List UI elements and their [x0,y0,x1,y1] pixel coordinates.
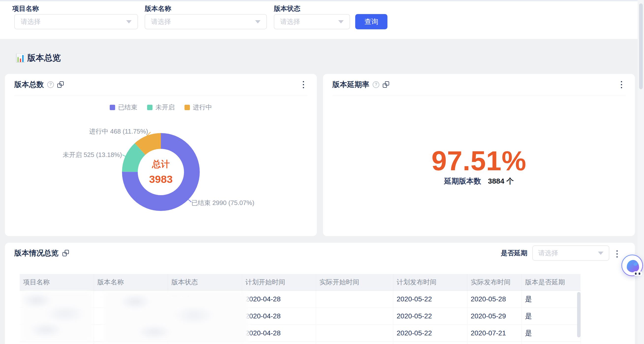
page-scrollbar-thumb[interactable] [639,4,643,89]
chevron-down-icon [255,20,260,24]
col-header[interactable]: 版本名称 [94,274,168,290]
delay-filter-label: 是否延期 [501,249,528,258]
version-table-card: 版本情况总览 是否延期 请选择 项目名称 版本名称 版 [5,243,635,344]
legend-item-finished[interactable]: 已结束 [110,103,137,112]
cell-actual-release: 2020-05-29 [467,307,522,324]
cell-plan-release: 2020-05-22 [393,307,467,324]
legend-swatch [147,105,152,110]
delay-filter-select[interactable]: 请选择 [532,245,609,261]
delay-rate-card: 版本延期率 ? 97.51% 延期版本数 3884 个 [323,74,635,236]
version-status-select[interactable]: 请选择 [274,14,350,29]
chevron-down-icon [126,20,132,24]
legend-label: 已结束 [118,103,137,112]
col-header[interactable]: 实际发布时间 [467,274,522,290]
copy-icon[interactable] [57,81,64,88]
slice-label-notstarted: 未开启 525 (13.18%) [63,150,122,159]
cell-plan-start: 2020-04-28 [242,324,316,341]
version-name-label: 版本名称 [145,4,171,13]
help-icon[interactable]: ? [373,81,379,88]
divider [14,95,308,95]
delay-count-label: 延期版本数 [444,176,481,186]
help-icon[interactable]: ? [47,81,54,88]
cell-actual-start [316,324,393,341]
cell-delayed: 是 [522,324,580,341]
col-header[interactable]: 实际开始时间 [316,274,393,290]
cell-actual-release: 2020-07-21 [467,324,522,341]
delay-rate-value: 97.51% [323,145,635,177]
slice-label-finished: 已结束 2990 (75.07%) [192,199,254,207]
donut-legend: 已结束 未开启 进行中 [5,103,317,112]
filter-bar: 项目名称 请选择 版本名称 请选择 版本状态 请选择 查询 [0,0,644,39]
cell-plan-start: 2020-04-28 [242,290,316,307]
col-header[interactable]: 计划发布时间 [393,274,467,290]
col-header[interactable]: 计划开始时间 [242,274,316,290]
dashboard-page: 项目名称 请选择 版本名称 请选择 版本状态 请选择 查询 📊 版本总览 版本总… [0,0,644,344]
project-name-label: 项目名称 [12,4,39,13]
copy-icon[interactable] [62,250,69,256]
cell-plan-release: 2020-05-22 [393,324,467,341]
donut-total-label: 总计 [107,158,215,170]
cell-plan-release: 2020-05-22 [393,290,467,307]
version-name-placeholder: 请选择 [151,17,251,26]
table-header-row: 项目名称 版本名称 版本状态 计划开始时间 实际开始时间 计划发布时间 实际发布… [20,274,580,290]
kebab-menu-icon[interactable] [303,74,304,95]
section-header: 📊 版本总览 [16,52,61,64]
search-button[interactable]: 查询 [355,14,388,29]
col-header[interactable]: 项目名称 [20,274,94,290]
col-header[interactable]: 版本状态 [168,274,242,290]
project-name-placeholder: 请选择 [21,17,122,26]
divider [332,95,626,95]
cell-plan-start: 2020-04-28 [242,307,316,324]
delay-filter-placeholder: 请选择 [538,249,594,258]
chevron-down-icon [338,20,344,24]
kebab-menu-icon[interactable] [621,74,622,95]
version-total-card: 版本总数 ? 已结束 未开启 进行中 [5,74,317,236]
legend-label: 进行中 [193,103,212,112]
legend-label: 未开启 [156,103,175,112]
chevron-down-icon [598,252,604,255]
cell-actual-release: 2020-05-28 [467,290,522,307]
donut-total-value: 3983 [107,173,215,185]
card-title: 版本情况总览 [14,248,58,258]
col-header[interactable]: 版本是否延期 [522,274,580,290]
cell-actual-start [316,307,393,324]
version-name-select[interactable]: 请选择 [145,14,267,29]
version-status-label: 版本状态 [274,4,300,13]
delay-count-value: 3884 个 [488,176,514,186]
assistant-fab[interactable] [621,255,643,276]
cell-delayed: 是 [522,307,580,324]
card-title: 版本延期率 [332,80,369,90]
cell-actual-start [316,290,393,307]
section-title: 版本总览 [27,52,61,64]
bar-chart-icon: 📊 [16,54,25,62]
project-name-select[interactable]: 请选择 [14,14,138,29]
donut-center: 总计 3983 [107,158,215,185]
versions-table: 项目名称 版本名称 版本状态 计划开始时间 实际开始时间 计划发布时间 实际发布… [20,274,580,344]
table-scrollbar-thumb[interactable] [577,292,580,337]
page-scrollbar-track[interactable] [638,0,644,344]
slice-label-inprogress: 进行中 468 (11.75%) [89,127,148,136]
legend-swatch [184,105,190,110]
robot-icon [627,260,639,272]
legend-item-inprogress[interactable]: 进行中 [184,103,212,112]
redacted-project-names [21,291,92,341]
version-status-placeholder: 请选择 [280,17,334,26]
redacted-version-names [103,292,249,343]
legend-swatch [110,105,115,110]
copy-icon[interactable] [383,81,389,88]
legend-item-notstarted[interactable]: 未开启 [147,103,175,112]
leader-line [122,155,126,156]
card-title: 版本总数 [14,80,44,90]
kebab-menu-icon[interactable] [616,246,618,261]
leader-line [188,200,192,202]
cell-delayed: 是 [522,290,580,307]
